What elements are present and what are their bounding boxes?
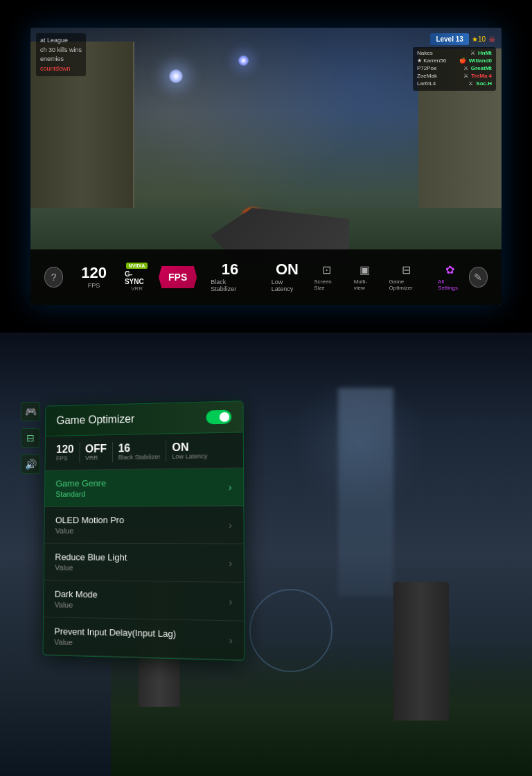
side-icons: 🎮 ⊟ 🔊 [21, 402, 40, 474]
input-lag-value: Value [54, 637, 176, 649]
menu-item-dark-mode[interactable]: Dark Mode Value › [44, 581, 244, 621]
opt-vrr-stat: OFF VRR [85, 443, 107, 461]
game-optimizer-panel: Game Optimizer 120 FPS OFF VRR 16 Black … [42, 400, 245, 661]
optimizer-title: Game Optimizer [56, 413, 134, 427]
reduce-blue-light-value: Value [55, 563, 127, 572]
input-lag-title: Prevent Input Delay(Input Lag) [54, 626, 176, 639]
game-genre-value: Standard [55, 490, 106, 498]
audio-side-icon[interactable]: 🔊 [21, 455, 40, 474]
edit-button[interactable]: ✎ [469, 267, 488, 288]
gsync-logo: NVIDIA [126, 263, 148, 269]
scene-glow [290, 374, 428, 513]
chevron-right-icon-5: › [229, 634, 233, 646]
black-stab-label: Black Stabilizer [211, 279, 249, 292]
fps-label: FPS [88, 282, 100, 289]
hud-level-area: Level 13 ★10 ☠ [430, 33, 496, 45]
top-section: at League ch 30 kills wins enemies count… [0, 0, 532, 333]
oled-motion-title: OLED Motion Pro [55, 515, 124, 525]
opt-latency-label: Low Latency [172, 452, 207, 460]
fps-stat: 120 FPS [70, 265, 118, 289]
multi-view-icon: ▣ [360, 263, 370, 276]
opt-latency-stat: ON Low Latency [172, 441, 207, 460]
black-stab-value: 16 [222, 262, 238, 277]
menu-item-input-lag[interactable]: Prevent Input Delay(Input Lag) Value › [43, 617, 244, 660]
multi-view-label: Multi-view [354, 279, 375, 291]
all-settings-label: All Settings [438, 279, 462, 291]
menu-item-game-genre[interactable]: Game Genre Standard › [45, 468, 243, 507]
hud-line-1: at League [40, 36, 82, 46]
chevron-right-icon-2: › [229, 519, 232, 530]
menu-icons-bar: ⊡ Screen Size ▣ Multi-view ⊟ Game Optimi… [314, 263, 462, 291]
game-screen: at League ch 30 kills wins enemies count… [30, 28, 502, 305]
optimizer-stats-row: 120 FPS OFF VRR 16 Black Stabilizer ON L… [45, 432, 243, 470]
optimizer-menu: Game Genre Standard › OLED Motion Pro Va… [43, 468, 244, 660]
chevron-right-icon-3: › [229, 557, 232, 568]
opt-fps-stat: 120 FPS [56, 444, 74, 462]
latency-label: Low Latency [272, 279, 303, 292]
all-settings-button[interactable]: ✿ All Settings [438, 263, 462, 291]
game-optimizer-icon: ⊟ [402, 263, 411, 276]
vrr-label: VRR [131, 285, 143, 292]
screen-size-icon: ⊡ [322, 263, 331, 276]
menu-item-reduce-blue-light[interactable]: Reduce Blue Light Value › [44, 544, 244, 583]
rune-circle [249, 589, 332, 672]
stone-pillar-right [393, 582, 449, 721]
oled-motion-value: Value [55, 527, 124, 535]
all-settings-icon: ✿ [445, 263, 454, 276]
screen-size-button[interactable]: ⊡ Screen Size [314, 263, 339, 291]
dark-mode-value: Value [55, 601, 98, 610]
gsync-badge: NVIDIA G-SYNC VRR [118, 263, 156, 292]
opt-fps-label: FPS [56, 455, 68, 461]
fps-center-badge: FPS [159, 266, 197, 288]
menu-item-oled-motion[interactable]: OLED Motion Pro Value › [44, 506, 243, 544]
hud-line-4: countdown [40, 64, 82, 74]
multi-view-button[interactable]: ▣ Multi-view [354, 263, 375, 291]
game-optimizer-label: Game Optimizer [389, 279, 425, 291]
score-row-4: ZoeMak ⚔ TreMa 4 [417, 73, 492, 79]
hud-top-left: at League ch 30 kills wins enemies count… [36, 33, 86, 76]
chevron-right-icon: › [229, 482, 232, 493]
gamepad-side-icon[interactable]: 🎮 [21, 402, 40, 421]
black-stab-stat: 16 Black Stabilizer [200, 262, 260, 292]
hud-bottom-bar: ? 120 FPS NVIDIA G-SYNC VRR FPS 16 Black… [30, 249, 502, 305]
gsync-text: G-SYNC [125, 270, 149, 285]
hud-line-2: ch 30 kills wins [40, 46, 82, 55]
stat-divider-2 [112, 442, 113, 462]
scene-light-2 [238, 55, 249, 66]
dark-mode-title: Dark Mode [55, 589, 98, 600]
optimizer-header: Game Optimizer [46, 401, 243, 436]
star-icon: ★10 [472, 35, 486, 43]
stat-divider-3 [166, 441, 166, 461]
score-row-5: Lar6IL4 ⚔ Soc.H [417, 80, 492, 87]
fps-value: 120 [81, 265, 107, 281]
opt-vrr-value: OFF [85, 443, 107, 455]
bottom-section: 🎮 ⊟ 🔊 Game Optimizer 120 FPS OFF VRR 16 … [0, 333, 532, 776]
score-row-1: Nakes ⚔ HnMt [417, 50, 492, 56]
help-button[interactable]: ? [44, 267, 63, 288]
chevron-right-icon-4: › [229, 596, 233, 608]
opt-black-stab-stat: 16 Black Stabilizer [118, 443, 161, 461]
score-row-2: ★ Karren56 🍎 Witland0 [417, 58, 492, 64]
screen-size-label: Screen Size [314, 279, 339, 291]
skull-icon: ☠ [488, 35, 496, 44]
opt-fps-value: 120 [56, 444, 74, 455]
opt-black-stab-value: 16 [118, 443, 131, 454]
latency-value: ON [276, 262, 299, 277]
reduce-blue-light-title: Reduce Blue Light [55, 552, 127, 563]
score-row-3: P72Poe ⚔ GreatMt [417, 65, 492, 71]
scene-light-1 [169, 69, 183, 83]
menu-side-icon[interactable]: ⊟ [21, 428, 40, 448]
level-badge: Level 13 [430, 33, 468, 45]
opt-black-stab-label: Black Stabilizer [118, 453, 161, 461]
stat-divider-1 [79, 443, 80, 463]
game-genre-title: Game Genre [55, 478, 106, 488]
hud-line-3: enemies [40, 55, 82, 64]
game-optimizer-button[interactable]: ⊟ Game Optimizer [389, 263, 425, 291]
latency-stat: ON Low Latency [260, 262, 314, 292]
scoreboard: Nakes ⚔ HnMt ★ Karren56 🍎 Witland0 P72Po… [413, 47, 496, 91]
opt-latency-value: ON [172, 442, 188, 453]
optimizer-toggle[interactable] [206, 410, 231, 425]
opt-vrr-label: VRR [85, 455, 98, 461]
